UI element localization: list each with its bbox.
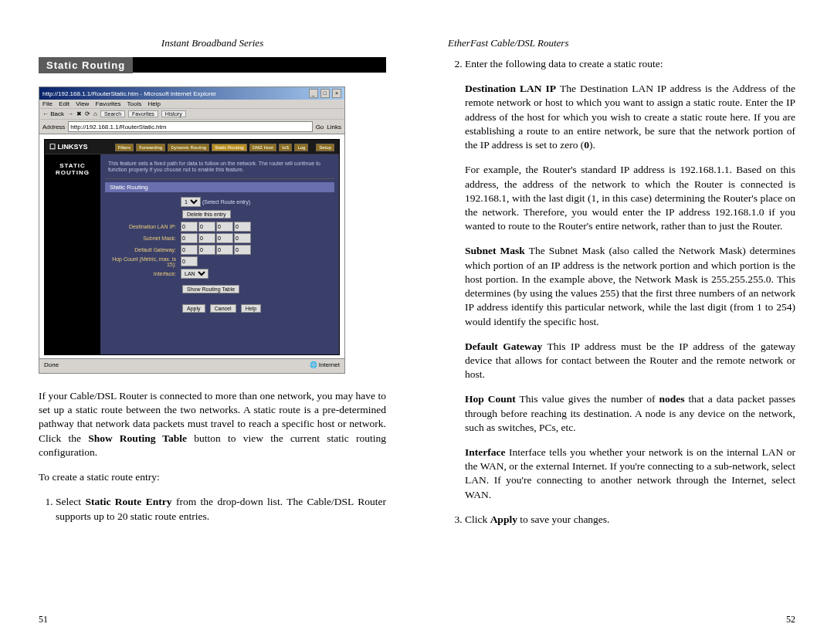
subnet-4[interactable]: [234, 233, 251, 243]
dest-ip-4[interactable]: [234, 222, 251, 232]
dest-ip-1[interactable]: [181, 222, 198, 232]
status-done: Done: [44, 361, 59, 368]
gateway-field: [181, 245, 251, 255]
dest-ip-2[interactable]: [198, 222, 215, 232]
brand-logo: ☐ LINKSYS: [49, 143, 88, 151]
tab-setup[interactable]: Setup: [316, 144, 334, 151]
router-header: ☐ LINKSYS Filters Forwarding Dynamic Rou…: [45, 140, 339, 154]
favorites-button[interactable]: Favorites: [128, 110, 158, 117]
dest-ip-3[interactable]: [216, 222, 233, 232]
hop-para: Hop Count This value gives the number of…: [465, 392, 795, 435]
step-1: Select Static Route Entry from the drop-…: [56, 495, 386, 523]
window-title: http://192.168.1.1/RouterStatic.htm - Mi…: [42, 90, 216, 97]
subnet-para: Subnet Mask The Subnet Mask (also called…: [465, 244, 795, 328]
tab-log[interactable]: Log: [294, 144, 308, 151]
section-heading: Static Routing: [39, 57, 133, 73]
window-controls: _ □ ×: [308, 89, 341, 98]
menu-view[interactable]: View: [76, 100, 89, 107]
panel-title-line2: ROUTING: [45, 169, 100, 176]
section-banner: Static Routing: [39, 57, 386, 73]
tab-dynamic-routing[interactable]: Dynamic Routing: [168, 144, 209, 151]
dest-ip-para: Destination LAN IP The Destination LAN I…: [465, 82, 795, 152]
menu-edit[interactable]: Edit: [59, 100, 70, 107]
maximize-icon[interactable]: □: [320, 89, 330, 98]
router-left-panel: STATIC ROUTING: [45, 154, 100, 354]
steps-list-right: Enter the following data to create a sta…: [448, 57, 795, 71]
history-button[interactable]: History: [161, 110, 186, 117]
interface-para: Interface Interface tells you whether yo…: [465, 446, 795, 502]
gateway-label: Default Gateway:: [110, 247, 181, 253]
series-header-left: Instant Broadband Series: [39, 37, 386, 49]
feature-description: This feature sets a fixed path for data …: [105, 159, 334, 178]
steps-list-left: Select Static Route Entry from the drop-…: [39, 495, 386, 523]
address-input[interactable]: [68, 121, 312, 132]
gateway-3[interactable]: [216, 245, 233, 255]
menu-file[interactable]: File: [42, 100, 53, 107]
tab-forwarding[interactable]: Forwarding: [136, 144, 165, 151]
menu-help[interactable]: Help: [148, 100, 161, 107]
step-3: Click Apply to save your changes.: [465, 513, 795, 527]
status-bar: Done Internet: [39, 358, 344, 370]
browser-menubar: File Edit View Favorites Tools Help: [39, 100, 344, 109]
tab-static-routing[interactable]: Static Routing: [212, 144, 246, 151]
interface-label: Interface:: [110, 271, 181, 276]
form-heading: Static Routing: [105, 182, 334, 192]
address-bar: Address Go Links: [39, 120, 344, 134]
gateway-2[interactable]: [198, 245, 215, 255]
minimize-icon[interactable]: _: [309, 89, 318, 98]
browser-toolbar: ← Back → ✖ ⟳ ⌂ Search Favorites History: [39, 109, 344, 120]
subnet-2[interactable]: [198, 233, 215, 243]
route-select-label: (Select Route entry): [202, 199, 250, 205]
subnet-1[interactable]: [181, 233, 198, 243]
address-label: Address: [42, 124, 65, 130]
tab-ios[interactable]: IoS: [279, 144, 292, 151]
intro-paragraph: If your Cable/DSL Router is connected to…: [39, 389, 386, 459]
status-internet: Internet: [310, 361, 340, 368]
search-button[interactable]: Search: [100, 110, 125, 117]
back-button[interactable]: ← Back: [42, 110, 64, 117]
cancel-button[interactable]: Cancel: [210, 304, 236, 313]
stop-icon[interactable]: ✖: [76, 110, 82, 117]
gateway-1[interactable]: [181, 245, 198, 255]
router-tabs: Filters Forwarding Dynamic Routing Stati…: [114, 144, 334, 151]
refresh-icon[interactable]: ⟳: [85, 110, 90, 117]
route-entry-select[interactable]: 1: [181, 197, 201, 207]
steps-list-right-3: Click Apply to save your changes.: [448, 513, 795, 527]
tab-filters[interactable]: Filters: [115, 144, 134, 151]
subnet-field: [181, 233, 251, 243]
dest-ip-label: Destination LAN IP:: [110, 224, 181, 229]
series-header-right: EtherFast Cable/DSL Routers: [448, 37, 795, 49]
help-button[interactable]: Help: [241, 304, 261, 313]
close-icon[interactable]: ×: [332, 89, 341, 98]
gateway-para: Default Gateway This IP address must be …: [465, 340, 795, 382]
show-routing-table-button[interactable]: Show Routing Table: [182, 285, 239, 293]
panel-title-line1: STATIC: [45, 162, 100, 169]
menu-favorites[interactable]: Favorites: [96, 100, 121, 107]
router-screenshot: http://192.168.1.1/RouterStatic.htm - Mi…: [39, 86, 345, 374]
links-label[interactable]: Links: [327, 124, 341, 130]
page-number-right: 52: [786, 614, 795, 625]
create-lead: To create a static route entry:: [39, 470, 386, 484]
forward-button[interactable]: →: [67, 110, 73, 117]
delete-entry-button[interactable]: Delete this entry: [182, 210, 231, 219]
interface-select[interactable]: LAN: [181, 269, 208, 279]
dest-ip-field: [181, 222, 251, 232]
hop-input[interactable]: [181, 256, 198, 266]
subnet-label: Subnet Mask:: [110, 236, 181, 241]
dest-example-para: For example, the Router's standard IP ad…: [465, 163, 795, 233]
hop-label: Hop Count (Metric, max. is 15):: [110, 256, 181, 267]
home-icon[interactable]: ⌂: [93, 110, 97, 117]
apply-button[interactable]: Apply: [182, 304, 205, 313]
gateway-4[interactable]: [234, 245, 251, 255]
page-number-left: 51: [39, 614, 48, 625]
tab-dmz-host[interactable]: DMZ Host: [249, 144, 276, 151]
menu-tools[interactable]: Tools: [127, 100, 142, 107]
step-2: Enter the following data to create a sta…: [465, 57, 795, 71]
window-titlebar: http://192.168.1.1/RouterStatic.htm - Mi…: [39, 87, 344, 100]
go-button[interactable]: Go: [316, 124, 324, 130]
subnet-3[interactable]: [216, 233, 233, 243]
